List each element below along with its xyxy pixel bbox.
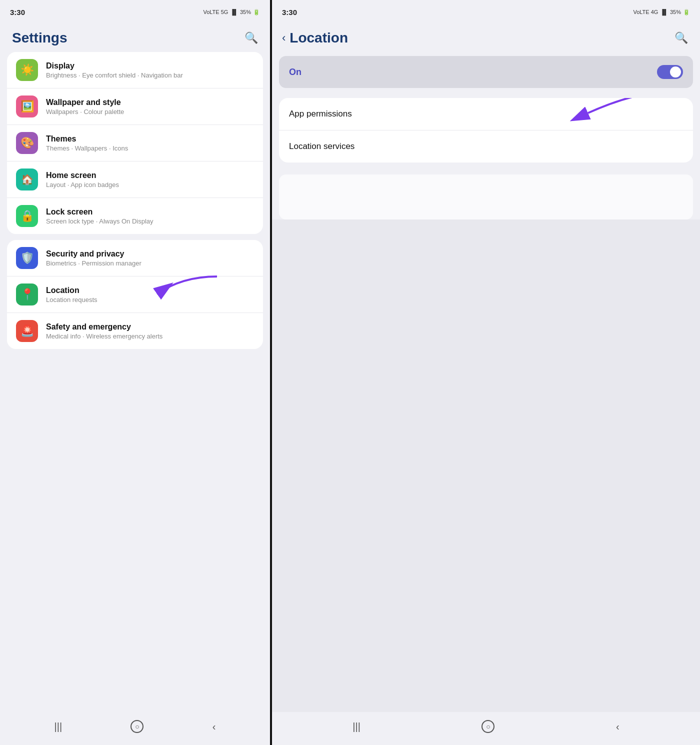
sidebar-item-wallpaper[interactable]: 🖼️ Wallpaper and style Wallpapers · Colo… bbox=[7, 88, 263, 125]
left-nav-back[interactable]: ‹ bbox=[212, 721, 216, 732]
safety-icon: 🚨 bbox=[16, 320, 38, 342]
homescreen-title: Home screen bbox=[46, 171, 254, 180]
right-network-icon: VoLTE 4G bbox=[633, 9, 658, 15]
right-battery-text: 35% bbox=[670, 9, 681, 15]
display-icon: ☀️ bbox=[16, 59, 38, 81]
left-status-icons: VoLTE 5G ▐▌ 35% 🔋 bbox=[203, 9, 260, 16]
location-options-card: App permissions Location services bbox=[279, 98, 693, 162]
location-subtitle: Location requests bbox=[46, 296, 254, 304]
network-icon: VoLTE 5G bbox=[203, 9, 228, 15]
sidebar-item-themes[interactable]: 🎨 Themes Themes · Wallpapers · Icons bbox=[7, 125, 263, 162]
location-services-label: Location services bbox=[289, 142, 354, 151]
themes-subtitle: Themes · Wallpapers · Icons bbox=[46, 144, 254, 152]
security-icon: 🛡️ bbox=[16, 247, 38, 269]
back-button[interactable]: ‹ bbox=[282, 32, 286, 44]
sidebar-item-homescreen[interactable]: 🏠 Home screen Layout · App icon badges bbox=[7, 162, 263, 198]
wallpaper-subtitle: Wallpapers · Colour palette bbox=[46, 108, 254, 116]
lockscreen-icon: 🔒 bbox=[16, 205, 38, 227]
wallpaper-title: Wallpaper and style bbox=[46, 98, 254, 107]
sidebar-item-security[interactable]: 🛡️ Security and privacy Biometrics · Per… bbox=[7, 240, 263, 276]
right-phone-panel: 3:30 VoLTE 4G ▐▌ 35% 🔋 ‹ Location 🔍 On A… bbox=[272, 0, 700, 745]
left-search-icon[interactable]: 🔍 bbox=[244, 32, 258, 44]
homescreen-icon: 🏠 bbox=[16, 168, 38, 190]
wallpaper-icon: 🖼️ bbox=[16, 96, 38, 118]
right-status-icons: VoLTE 4G ▐▌ 35% 🔋 bbox=[633, 9, 690, 16]
sidebar-item-lockscreen[interactable]: 🔒 Lock screen Screen lock type · Always … bbox=[7, 198, 263, 234]
right-nav-home[interactable]: ○ bbox=[482, 720, 494, 733]
settings-card-1: ☀️ Display Brightness · Eye comfort shie… bbox=[7, 52, 263, 234]
sidebar-item-location[interactable]: 📍 Location Location requests bbox=[7, 276, 263, 313]
right-nav-back[interactable]: ‹ bbox=[616, 721, 620, 732]
right-nav-bar: ||| ○ ‹ bbox=[272, 712, 700, 745]
security-title: Security and privacy bbox=[46, 250, 254, 258]
left-status-bar: 3:30 VoLTE 5G ▐▌ 35% 🔋 bbox=[0, 0, 270, 22]
sidebar-item-display[interactable]: ☀️ Display Brightness · Eye comfort shie… bbox=[7, 52, 263, 88]
lockscreen-subtitle: Screen lock type · Always On Display bbox=[46, 218, 254, 225]
battery-text: 35% bbox=[240, 9, 251, 15]
right-battery-icon: 🔋 bbox=[683, 9, 690, 16]
right-search-icon[interactable]: 🔍 bbox=[674, 32, 688, 44]
toggle-label: On bbox=[289, 67, 302, 78]
lockscreen-title: Lock screen bbox=[46, 208, 254, 216]
right-signal-icon: ▐▌ bbox=[660, 9, 668, 15]
display-subtitle: Brightness · Eye comfort shield · Naviga… bbox=[46, 72, 254, 79]
sidebar-item-safety[interactable]: 🚨 Safety and emergency Medical info · Wi… bbox=[7, 313, 263, 349]
location-toggle-switch[interactable] bbox=[657, 65, 683, 79]
toggle-knob bbox=[670, 66, 681, 78]
partial-content-box bbox=[279, 174, 693, 220]
location-header: ‹ Location 🔍 bbox=[272, 22, 700, 52]
right-time: 3:30 bbox=[282, 8, 297, 16]
location-title: Location bbox=[46, 286, 254, 295]
right-panel-purple-arrow bbox=[538, 98, 688, 133]
location-services-option[interactable]: Location services bbox=[279, 130, 693, 162]
safety-title: Safety and emergency bbox=[46, 322, 254, 332]
location-icon: 📍 bbox=[16, 284, 38, 306]
settings-card-2: 🛡️ Security and privacy Biometrics · Per… bbox=[7, 240, 263, 349]
left-phone-panel: 3:30 VoLTE 5G ▐▌ 35% 🔋 Settings 🔍 ☀️ Dis… bbox=[0, 0, 270, 745]
right-nav-menu[interactable]: ||| bbox=[352, 721, 360, 732]
display-title: Display bbox=[46, 62, 254, 70]
settings-content: ☀️ Display Brightness · Eye comfort shie… bbox=[0, 52, 270, 712]
left-nav-bar: ||| ○ ‹ bbox=[0, 712, 270, 745]
app-permissions-option[interactable]: App permissions bbox=[279, 98, 693, 130]
left-header: Settings 🔍 bbox=[0, 22, 270, 52]
left-time: 3:30 bbox=[10, 8, 25, 16]
app-permissions-label: App permissions bbox=[289, 109, 352, 118]
signal-icon: ▐▌ bbox=[230, 9, 238, 15]
homescreen-subtitle: Layout · App icon badges bbox=[46, 181, 254, 188]
themes-title: Themes bbox=[46, 134, 254, 144]
location-toggle-row[interactable]: On bbox=[279, 56, 693, 88]
location-page-title: Location bbox=[290, 30, 348, 46]
settings-title: Settings bbox=[12, 30, 67, 46]
themes-icon: 🎨 bbox=[16, 132, 38, 154]
left-nav-menu[interactable]: ||| bbox=[54, 721, 62, 732]
safety-subtitle: Medical info · Wireless emergency alerts bbox=[46, 332, 254, 340]
security-subtitle: Biometrics · Permission manager bbox=[46, 260, 254, 267]
location-gray-fill bbox=[272, 220, 700, 712]
right-status-bar: 3:30 VoLTE 4G ▐▌ 35% 🔋 bbox=[272, 0, 700, 22]
battery-icon: 🔋 bbox=[253, 9, 260, 16]
left-nav-home[interactable]: ○ bbox=[130, 720, 144, 733]
